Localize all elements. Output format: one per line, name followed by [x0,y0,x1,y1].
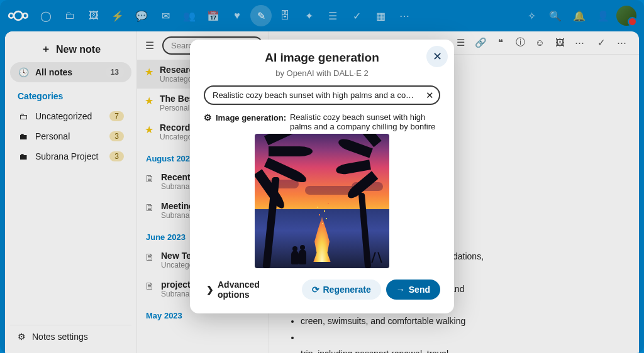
advanced-label: Advanced options [218,280,289,300]
generation-prompt-text: Realistic cozy beach sunset with high pa… [290,112,440,131]
clear-icon[interactable]: ✕ [426,90,434,101]
send-button[interactable]: → Send [386,280,440,300]
modal-backdrop: ✕ AI image generation by OpenAI with DAL… [0,0,644,353]
regenerate-button[interactable]: ⟳ Regenerate [302,280,381,300]
sparkle-icon: ⚙ [204,112,212,122]
regenerate-label: Regenerate [323,285,371,295]
close-icon: ✕ [433,50,442,63]
modal-subtitle: by OpenAI with DALL·E 2 [204,68,440,78]
send-label: Send [409,285,430,295]
generation-label: ⚙ Image generation: [204,112,286,122]
prompt-input[interactable]: Realistic cozy beach sunset with high pa… [204,85,440,105]
advanced-options-toggle[interactable]: ❯ Advanced options [204,276,292,303]
modal-title: AI image generation [204,51,440,65]
ai-image-modal: ✕ AI image generation by OpenAI with DAL… [190,40,454,313]
chevron-right-icon: ❯ [206,285,214,295]
refresh-icon: ⟳ [312,285,319,295]
close-button[interactable]: ✕ [426,46,448,67]
arrow-right-icon: → [396,285,405,295]
generated-image [255,134,389,268]
modal-footer: ❯ Advanced options ⟳ Regenerate → Send [204,276,440,303]
prompt-text: Realistic cozy beach sunset with high pa… [213,90,440,100]
